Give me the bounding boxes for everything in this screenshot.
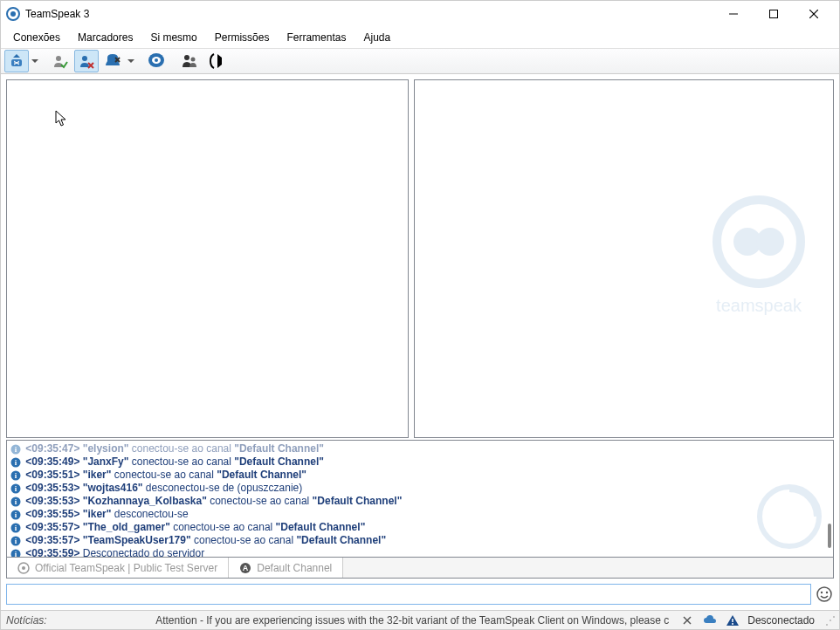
app-icon [6,7,20,21]
cloud-sync-icon[interactable] [702,613,718,628]
mute-mic-button[interactable] [144,50,169,72]
menubar: Conexões Marcadores Si mesmo Permissões … [1,27,839,48]
svg-point-45 [22,566,25,570]
info-icon: i [10,444,21,455]
info-icon: i [10,549,21,558]
away-dropdown[interactable] [127,58,135,65]
menu-help[interactable]: Ajuda [355,30,399,45]
log-line: i <09:35:55> "iker" desconectou-se [10,508,830,521]
log-line: i <09:35:57> "The_old_gamer" conectou-se… [10,521,830,534]
main-area: teamspeak [1,74,839,440]
svg-text:teamspeak: teamspeak [716,296,802,315]
statusbar: Notícias: Attention - If you are experie… [1,610,839,629]
news-close-icon[interactable] [679,613,695,628]
svg-text:A: A [243,564,249,572]
chat-input-row [6,584,834,605]
unsubscribe-all-button[interactable] [74,50,99,72]
svg-point-11 [82,56,87,61]
info-icon: i [10,483,21,494]
svg-point-19 [184,55,189,60]
info-icon: i [10,536,21,546]
chat-tab-strip: Official TeamSpeak | Public Test Server … [6,558,834,579]
menu-permissions[interactable]: Permissões [206,30,279,45]
svg-point-49 [821,592,823,593]
connect-button[interactable] [4,50,29,72]
svg-point-18 [155,58,158,62]
window-controls [713,1,834,27]
server-tab-icon [17,562,30,574]
log-line: i <09:35:53> "wojtas416" desconectou-se … [10,482,830,495]
toggle-activation-button[interactable] [203,50,228,72]
titlebar: TeamSpeak 3 [1,1,839,27]
channel-tab-icon: A [239,562,251,574]
status-news-ticker: Attention - If you are experiencing issu… [54,614,673,627]
menu-bookmarks[interactable]: Marcadores [69,30,141,45]
info-icon: i [10,510,21,520]
log-line: i <09:35:47> "elysion" conectou-se ao ca… [10,442,830,455]
tab-channel[interactable]: A Default Channel [229,558,343,578]
away-button[interactable] [100,50,125,72]
log-line: i <09:35:57> "TeamSpeakUser179" conectou… [10,534,830,547]
menu-tools[interactable]: Ferramentas [278,30,355,45]
info-icon: i [10,496,21,507]
connection-state: Desconectado [747,614,818,627]
tab-server[interactable]: Official TeamSpeak | Public Test Server [7,558,229,578]
chat-input[interactable] [6,584,811,605]
contacts-button[interactable] [177,50,202,72]
emoji-button[interactable] [815,585,834,604]
info-icon: i [10,523,21,533]
teamspeak-logo-watermark: teamspeak [702,194,816,325]
connect-dropdown[interactable] [31,58,39,65]
svg-point-1 [10,11,16,17]
svg-point-23 [756,228,784,256]
minimize-button[interactable] [713,1,754,27]
svg-point-54 [732,623,733,625]
info-icon: i [10,457,21,468]
tab-server-label: Official TeamSpeak | Public Test Server [35,562,217,574]
svg-point-50 [826,592,828,593]
status-news-label: Notícias: [6,614,47,627]
menu-connections[interactable]: Conexões [4,30,69,45]
subscribe-all-button[interactable] [48,50,72,72]
warning-icon[interactable] [725,613,740,628]
log-line: i <09:35:49> "JanxFy" conectou-se ao can… [10,455,830,469]
svg-point-20 [191,58,196,62]
info-pane: teamspeak [414,79,834,438]
maximize-button[interactable] [754,1,794,27]
log-line: i <09:35:53> "Kozhannaya_Kolbaska" conec… [10,495,830,508]
channel-tree-pane[interactable] [6,79,409,438]
window-title: TeamSpeak 3 [25,8,713,20]
log-line: i <09:35:51> "iker" conectou-se ao canal… [10,469,830,482]
menu-self[interactable]: Si mesmo [141,30,205,45]
info-icon: i [10,470,21,481]
resize-grip-icon[interactable]: ⋰ [825,614,834,627]
log-line: i <09:35:59> Desconectado do servidor [10,547,830,558]
log-scrollbar-thumb[interactable] [828,524,831,548]
toolbar [1,48,839,74]
log-panel[interactable]: i <09:35:47> "elysion" conectou-se ao ca… [6,440,834,558]
tab-channel-label: Default Channel [257,562,332,574]
log-watermark-icon [754,482,824,551]
close-button[interactable] [794,1,834,27]
svg-point-48 [817,587,831,601]
svg-rect-3 [770,10,778,18]
svg-point-10 [56,56,61,61]
